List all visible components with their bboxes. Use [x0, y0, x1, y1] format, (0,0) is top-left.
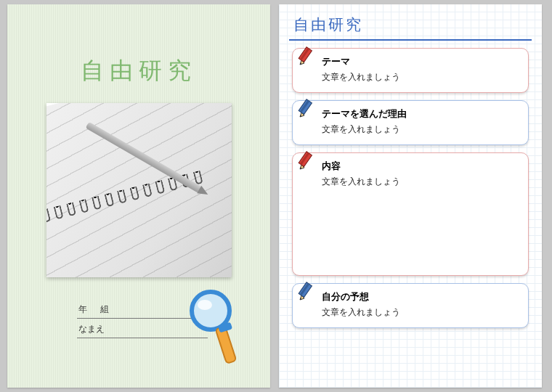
section-card[interactable]: 内容文章を入れましょう [292, 152, 529, 276]
cover-title: 自由研究 [7, 55, 270, 87]
svg-point-1 [198, 300, 212, 310]
section-label: テーマを選んだ理由 [322, 108, 518, 121]
pencil-icon [297, 97, 317, 118]
pencil-icon [297, 149, 317, 171]
cover-page: 自由研究 年 組 なまえ [7, 4, 270, 388]
section-body[interactable]: 文章を入れましょう [322, 123, 518, 136]
pencil-icon [297, 279, 317, 301]
section-card[interactable]: テーマ文章を入れましょう [292, 48, 529, 93]
section-label: 内容 [322, 160, 518, 173]
magnifier-icon [183, 286, 248, 373]
svg-point-0 [192, 292, 230, 330]
section-label: テーマ [322, 56, 518, 68]
pencil-icon [297, 44, 317, 66]
section-label: 自分の予想 [322, 291, 518, 303]
grade-label: 年 [78, 303, 87, 316]
worksheet-page: 自由研究 テーマ文章を入れましょう テーマを選んだ理由文章を入れましょう 内容文… [279, 4, 542, 388]
section-list: テーマ文章を入れましょう テーマを選んだ理由文章を入れましょう 内容文章を入れま… [289, 48, 532, 328]
name-label: なまえ [78, 323, 105, 335]
class-label: 組 [100, 303, 109, 316]
sheet-title: 自由研究 [289, 4, 532, 41]
cover-photo [46, 103, 232, 277]
section-body[interactable]: 文章を入れましょう [322, 71, 518, 83]
section-card[interactable]: テーマを選んだ理由文章を入れましょう [292, 100, 529, 145]
section-card[interactable]: 自分の予想文章を入れましょう [292, 283, 529, 328]
section-body[interactable]: 文章を入れましょう [322, 306, 518, 319]
section-body[interactable]: 文章を入れましょう [322, 176, 518, 188]
svg-rect-2 [216, 326, 237, 364]
